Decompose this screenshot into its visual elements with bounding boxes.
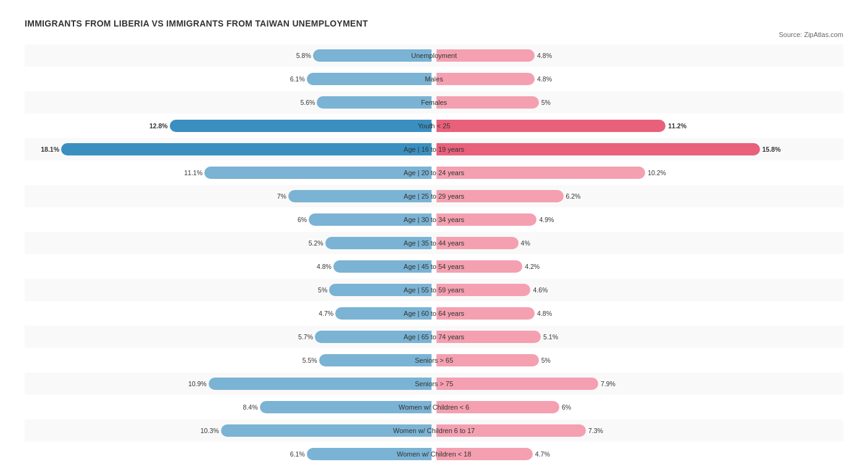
right-section: 5.1% bbox=[434, 326, 843, 348]
right-section: 5% bbox=[434, 349, 843, 371]
chart-row: 7% 6.2% Age | 25 to 29 years bbox=[25, 185, 843, 207]
left-section: 5.8% bbox=[25, 44, 434, 67]
value-right: 10.2% bbox=[648, 169, 666, 176]
value-right: 6% bbox=[562, 403, 571, 411]
value-left: 4.8% bbox=[317, 263, 332, 270]
right-section: 4.7% bbox=[434, 443, 843, 465]
value-left: 5% bbox=[318, 286, 327, 294]
left-section: 5% bbox=[25, 279, 434, 301]
bar-left bbox=[204, 167, 432, 179]
value-left: 12.8% bbox=[149, 122, 168, 130]
value-left: 6.1% bbox=[290, 75, 305, 83]
row-label: Age | 60 to 64 years bbox=[404, 310, 464, 317]
bar-left bbox=[209, 378, 432, 390]
left-section: 18.1% bbox=[25, 138, 434, 160]
left-section: 5.5% bbox=[25, 349, 434, 371]
row-label: Unemployment bbox=[411, 52, 457, 59]
row-label: Women w/ Children < 6 bbox=[399, 403, 469, 411]
value-right: 5.1% bbox=[543, 333, 558, 341]
chart-row: 12.8% 11.2% Youth < 25 bbox=[25, 115, 843, 137]
chart-row: 5.8% 4.8% Unemployment bbox=[25, 44, 843, 67]
left-section: 5.7% bbox=[25, 326, 434, 348]
chart-row: 5.7% 5.1% Age | 65 to 74 years bbox=[25, 326, 843, 348]
chart-row: 4.8% 4.2% Age | 45 to 54 years bbox=[25, 255, 843, 278]
right-section: 7.9% bbox=[434, 373, 843, 395]
right-section: 4% bbox=[434, 232, 843, 254]
left-section: 10.3% bbox=[25, 419, 434, 442]
value-left: 5.8% bbox=[296, 52, 311, 59]
left-section: 4.7% bbox=[25, 302, 434, 324]
row-label: Age | 35 to 44 years bbox=[404, 239, 464, 247]
chart-row: 5% 4.6% Age | 55 to 59 years bbox=[25, 279, 843, 301]
chart-row: 5.5% 5% Seniors > 65 bbox=[25, 349, 843, 371]
bar-left bbox=[307, 73, 432, 85]
left-section: 12.8% bbox=[25, 115, 434, 137]
value-right: 4.2% bbox=[525, 263, 540, 270]
value-right: 5% bbox=[541, 99, 551, 106]
value-right: 4.8% bbox=[537, 310, 552, 317]
value-right: 4% bbox=[521, 239, 530, 247]
bar-right bbox=[436, 378, 598, 390]
row-label: Females bbox=[421, 99, 447, 106]
right-section: 6% bbox=[434, 396, 843, 418]
value-left: 10.9% bbox=[188, 380, 207, 387]
value-right: 7.9% bbox=[601, 380, 616, 387]
row-label: Women w/ Children 6 to 17 bbox=[393, 427, 475, 434]
left-section: 6.1% bbox=[25, 68, 434, 90]
bar-right bbox=[436, 143, 760, 155]
bar-left bbox=[170, 120, 432, 132]
row-label: Age | 45 to 54 years bbox=[404, 263, 464, 270]
right-section: 4.9% bbox=[434, 209, 843, 231]
left-section: 10.9% bbox=[25, 373, 434, 395]
value-right: 5% bbox=[541, 357, 551, 364]
row-label: Seniors > 65 bbox=[415, 357, 453, 364]
chart-row: 6.1% 4.7% Women w/ Children < 18 bbox=[25, 443, 843, 465]
value-left: 8.4% bbox=[243, 403, 258, 411]
bar-right bbox=[436, 96, 539, 109]
right-section: 6.2% bbox=[434, 185, 843, 207]
value-left: 6.1% bbox=[290, 450, 305, 458]
value-left: 5.2% bbox=[309, 239, 323, 247]
row-label: Age | 20 to 24 years bbox=[404, 169, 464, 176]
chart-row: 11.1% 10.2% Age | 20 to 24 years bbox=[25, 162, 843, 184]
value-left: 5.5% bbox=[303, 357, 317, 364]
chart-row: 6.1% 4.8% Males bbox=[25, 68, 843, 90]
bar-left bbox=[317, 96, 432, 109]
value-right: 4.8% bbox=[537, 52, 552, 59]
row-label: Youth < 25 bbox=[418, 122, 451, 130]
value-left: 5.7% bbox=[298, 333, 313, 341]
right-section: 5% bbox=[434, 91, 843, 114]
row-label: Age | 25 to 29 years bbox=[404, 192, 464, 200]
value-right: 4.7% bbox=[535, 450, 550, 458]
chart-row: 4.7% 4.8% Age | 60 to 64 years bbox=[25, 302, 843, 324]
value-right: 7.3% bbox=[588, 427, 603, 434]
right-section: 4.8% bbox=[434, 44, 843, 67]
left-section: 5.2% bbox=[25, 232, 434, 254]
right-section: 7.3% bbox=[434, 419, 843, 442]
left-section: 8.4% bbox=[25, 396, 434, 418]
bar-right bbox=[436, 167, 645, 179]
right-section: 4.6% bbox=[434, 279, 843, 301]
row-label: Women w/ Children < 18 bbox=[397, 450, 472, 458]
chart-title: IMMIGRANTS FROM LIBERIA VS IMMIGRANTS FR… bbox=[25, 19, 843, 28]
source-label: Source: ZipAtlas.com bbox=[25, 31, 843, 38]
chart-row: 6% 4.9% Age | 30 to 34 years bbox=[25, 209, 843, 231]
left-section: 7% bbox=[25, 185, 434, 207]
value-right: 11.2% bbox=[668, 122, 686, 130]
value-left: 4.7% bbox=[319, 310, 333, 317]
left-section: 6% bbox=[25, 209, 434, 231]
value-left: 10.3% bbox=[201, 427, 219, 434]
chart-row: 5.2% 4% Age | 35 to 44 years bbox=[25, 232, 843, 254]
bar-right bbox=[436, 73, 535, 85]
chart-area: 5.8% 4.8% Unemployment 6.1% 4.8% Males bbox=[25, 44, 843, 465]
value-left: 11.1% bbox=[184, 169, 202, 176]
value-right: 4.9% bbox=[539, 216, 554, 223]
chart-container: IMMIGRANTS FROM LIBERIA VS IMMIGRANTS FR… bbox=[12, 12, 856, 467]
value-right: 4.8% bbox=[537, 75, 552, 83]
row-label: Age | 16 to 19 years bbox=[404, 146, 464, 153]
row-label: Males bbox=[425, 75, 443, 83]
row-label: Age | 55 to 59 years bbox=[404, 286, 464, 294]
value-right: 4.6% bbox=[533, 286, 548, 294]
right-section: 4.2% bbox=[434, 255, 843, 278]
right-section: 11.2% bbox=[434, 115, 843, 137]
